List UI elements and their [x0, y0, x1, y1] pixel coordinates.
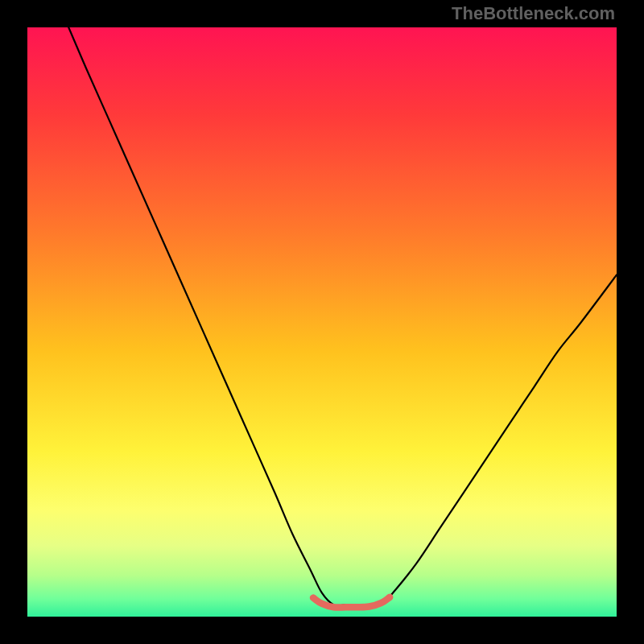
- heat-background: [27, 27, 617, 617]
- chart-svg: [27, 27, 617, 617]
- watermark-text: TheBottleneck.com: [452, 3, 615, 24]
- chart-plot-area: [27, 27, 617, 617]
